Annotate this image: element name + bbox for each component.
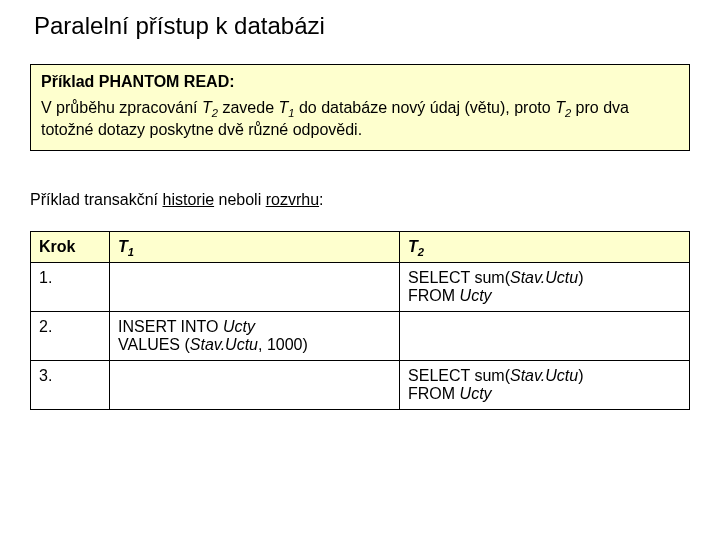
header-t1-sub: 1 bbox=[128, 246, 134, 258]
header-t2-letter: T bbox=[408, 238, 418, 255]
section-word1: historie bbox=[163, 191, 215, 208]
sql-ident: Stav.Uctu bbox=[510, 269, 578, 286]
section-text: neboli bbox=[214, 191, 266, 208]
section-text: : bbox=[319, 191, 323, 208]
sql-text: INSERT INTO bbox=[118, 318, 223, 335]
cell-step: 3. bbox=[31, 361, 110, 410]
body-text: V průběhu zpracování bbox=[41, 99, 202, 116]
section-text: Příklad transakční bbox=[30, 191, 163, 208]
sql-ident: Ucty bbox=[460, 385, 492, 402]
section-word2: rozvrhu bbox=[266, 191, 319, 208]
sql-ident: Stav.Uctu bbox=[190, 336, 258, 353]
header-t2-sub: 2 bbox=[418, 246, 424, 258]
cell-t1: INSERT INTO Ucty VALUES (Stav.Uctu, 1000… bbox=[110, 312, 400, 361]
example-box: Příklad PHANTOM READ: V průběhu zpracová… bbox=[30, 64, 690, 151]
example-body: V průběhu zpracování T2 zavede T1 do dat… bbox=[41, 97, 679, 140]
cell-step: 2. bbox=[31, 312, 110, 361]
body-text: zavede bbox=[218, 99, 278, 116]
cell-t2: SELECT sum(Stav.Uctu) FROM Ucty bbox=[400, 361, 690, 410]
header-t2: T2 bbox=[400, 232, 690, 263]
sql-text: , 1000) bbox=[258, 336, 308, 353]
t1: T bbox=[279, 99, 289, 116]
header-step: Krok bbox=[31, 232, 110, 263]
sql-text: SELECT sum( bbox=[408, 269, 510, 286]
cell-t2: SELECT sum(Stav.Uctu) FROM Ucty bbox=[400, 263, 690, 312]
t2b: T bbox=[555, 99, 565, 116]
sql-ident: Ucty bbox=[460, 287, 492, 304]
table-row: 2. INSERT INTO Ucty VALUES (Stav.Uctu, 1… bbox=[31, 312, 690, 361]
sql-ident: Stav.Uctu bbox=[510, 367, 578, 384]
page-title: Paralelní přístup k databázi bbox=[34, 12, 690, 40]
section-label: Příklad transakční historie neboli rozvr… bbox=[30, 191, 690, 209]
history-table: Krok T1 T2 1. SELECT sum(Stav.Uctu) FROM… bbox=[30, 231, 690, 410]
cell-step: 1. bbox=[31, 263, 110, 312]
cell-t1 bbox=[110, 263, 400, 312]
cell-t2 bbox=[400, 312, 690, 361]
table-row: 1. SELECT sum(Stav.Uctu) FROM Ucty bbox=[31, 263, 690, 312]
example-heading: Příklad PHANTOM READ: bbox=[41, 73, 679, 91]
body-text: do databáze nový údaj (větu), proto bbox=[295, 99, 556, 116]
header-t1: T1 bbox=[110, 232, 400, 263]
table-row: 3. SELECT sum(Stav.Uctu) FROM Ucty bbox=[31, 361, 690, 410]
sql-text: VALUES ( bbox=[118, 336, 190, 353]
cell-t1 bbox=[110, 361, 400, 410]
table-header-row: Krok T1 T2 bbox=[31, 232, 690, 263]
header-t1-letter: T bbox=[118, 238, 128, 255]
sql-ident: Ucty bbox=[223, 318, 255, 335]
t2a: T bbox=[202, 99, 212, 116]
sql-text: SELECT sum( bbox=[408, 367, 510, 384]
